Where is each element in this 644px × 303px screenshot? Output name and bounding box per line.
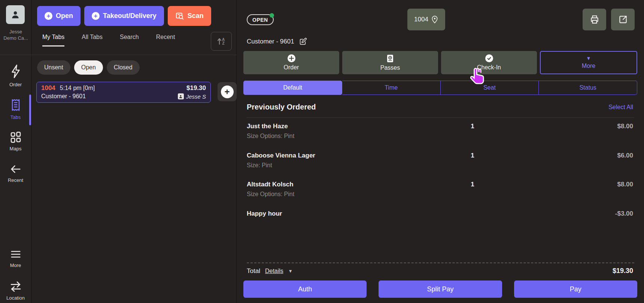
- pos-app: Jesse Demo Ca... Order Tabs Maps Recent …: [0, 0, 644, 303]
- item-name: Happy hour: [247, 210, 633, 218]
- tab-detail-panel: OPEN 1004 Customer - 9601 Order: [237, 0, 644, 303]
- more-button-label: More: [582, 63, 595, 69]
- user-name-line2: Demo Ca...: [0, 35, 31, 41]
- location-pin-icon: [431, 15, 438, 24]
- filter-open[interactable]: Open: [74, 60, 103, 75]
- arrow-left-icon: [9, 164, 22, 175]
- sidebar-active-indicator: [29, 94, 31, 125]
- item-name: Caboose Vienna Lager: [247, 152, 633, 159]
- total-row: Total Details ▼ $19.30: [247, 267, 633, 275]
- filter-unsent[interactable]: Unsent: [37, 60, 70, 75]
- order-item-row[interactable]: Caboose Vienna Lager Size: Pint 1 $6.00: [247, 152, 633, 169]
- tab-all-tabs[interactable]: All Tabs: [82, 34, 103, 46]
- tab-search[interactable]: Search: [120, 34, 139, 46]
- passes-button[interactable]: Passes: [342, 51, 438, 74]
- more-button[interactable]: ▼ More: [540, 51, 637, 74]
- scan-icon: [175, 12, 184, 20]
- receipt-icon: [10, 98, 22, 112]
- share-icon: [618, 15, 628, 24]
- open-tab-button[interactable]: + Open: [37, 6, 80, 26]
- sidebar-item-label: Location: [6, 295, 25, 301]
- item-quantity: 1: [461, 181, 484, 188]
- view-tab-seat[interactable]: Seat: [441, 81, 539, 95]
- plus-icon: +: [92, 12, 100, 20]
- tab-card-1004[interactable]: 1004 5:14 pm [0m] $19.30 Customer - 9601…: [36, 82, 211, 103]
- svg-text:Z: Z: [222, 41, 225, 45]
- chevron-down-icon[interactable]: ▼: [288, 268, 293, 274]
- scan-button[interactable]: Scan: [168, 6, 211, 26]
- passport-icon: [387, 54, 394, 63]
- sort-az-icon: AZ: [216, 36, 227, 47]
- plus-icon: [288, 54, 295, 62]
- item-detail: Size Options: Pint: [247, 191, 633, 198]
- total-label: Total: [247, 267, 260, 275]
- table-number-button[interactable]: 1004: [407, 9, 445, 30]
- user-name: Jesse Demo Ca...: [0, 28, 31, 41]
- tab-amount: $19.30: [186, 84, 206, 92]
- person-icon: [10, 10, 20, 20]
- filter-closed[interactable]: Closed: [107, 60, 140, 75]
- auth-button[interactable]: Auth: [243, 280, 367, 298]
- grid-icon: [10, 131, 22, 143]
- add-to-tab-button[interactable]: +: [218, 82, 237, 101]
- scan-button-label: Scan: [188, 12, 204, 20]
- split-pay-button[interactable]: Split Pay: [379, 280, 502, 298]
- menu-icon: [9, 249, 22, 260]
- sidebar-item-label: Maps: [10, 146, 22, 152]
- order-item-row[interactable]: Just the Haze Size Options: Pint 1 $8.00: [247, 123, 633, 140]
- plus-icon: +: [45, 12, 52, 20]
- sidebar: Jesse Demo Ca... Order Tabs Maps Recent …: [0, 0, 31, 303]
- sidebar-item-order[interactable]: Order: [0, 64, 31, 87]
- lightning-icon: [10, 64, 22, 79]
- sidebar-item-location[interactable]: Location: [0, 280, 31, 301]
- takeout-delivery-button-label: Takeout/Delivery: [103, 12, 157, 20]
- check-in-button[interactable]: Check-In: [441, 51, 537, 74]
- order-item-row[interactable]: Altstadt Kolsch Size Options: Pint 1 $8.…: [247, 181, 633, 198]
- status-green-dot: [270, 13, 274, 18]
- sidebar-item-label: Order: [9, 82, 22, 87]
- item-price: -$3.00: [615, 210, 633, 218]
- total-amount: $19.30: [613, 267, 633, 275]
- details-toggle[interactable]: Details: [265, 268, 283, 274]
- tab-customer: Customer - 9601: [41, 93, 86, 100]
- tab-action-buttons: Order Passes Check-In ▼ More: [243, 51, 637, 74]
- check-badge-icon: [485, 54, 493, 62]
- tab-my-tabs[interactable]: My Tabs: [42, 34, 64, 46]
- pay-button[interactable]: Pay: [514, 280, 637, 298]
- customer-name: Customer - 9601: [247, 38, 294, 45]
- customer-row: Customer - 9601: [247, 38, 307, 46]
- status-badge: OPEN: [247, 14, 274, 25]
- view-tabs: Default Time Seat Status: [243, 81, 637, 95]
- sidebar-item-label: Recent: [8, 177, 23, 183]
- order-button[interactable]: Order: [243, 51, 339, 74]
- total-divider: [247, 262, 634, 263]
- sort-button[interactable]: AZ: [211, 32, 232, 51]
- view-tab-default[interactable]: Default: [243, 81, 342, 95]
- select-all-link[interactable]: Select All: [608, 104, 633, 111]
- print-button[interactable]: [583, 9, 606, 30]
- item-price: $8.00: [617, 181, 633, 188]
- tab-recent[interactable]: Recent: [156, 34, 175, 46]
- sidebar-item-maps[interactable]: Maps: [0, 131, 31, 152]
- item-quantity: 1: [461, 123, 484, 130]
- view-tab-status[interactable]: Status: [539, 81, 637, 95]
- tabs-nav: My Tabs All Tabs Search Recent: [42, 34, 175, 46]
- server-name: Jesse S: [186, 93, 206, 100]
- status-badge-label: OPEN: [252, 17, 268, 23]
- passes-button-label: Passes: [380, 64, 400, 71]
- user-avatar[interactable]: [6, 5, 25, 24]
- sidebar-item-more[interactable]: More: [0, 249, 31, 268]
- share-button[interactable]: [611, 9, 635, 30]
- tab-time: 5:14 pm [0m]: [60, 85, 95, 92]
- order-items-list: Just the Haze Size Options: Pint 1 $8.00…: [247, 123, 633, 231]
- tab-server: Jesse S: [178, 93, 206, 100]
- item-price: $6.00: [617, 152, 633, 159]
- view-tab-time[interactable]: Time: [342, 81, 441, 95]
- item-detail: Size: Pint: [247, 162, 633, 169]
- sidebar-item-tabs[interactable]: Tabs: [0, 98, 31, 120]
- chevron-down-icon: ▼: [586, 56, 591, 61]
- sidebar-item-recent[interactable]: Recent: [0, 164, 31, 183]
- takeout-delivery-button[interactable]: + Takeout/Delivery: [84, 6, 164, 26]
- order-item-row[interactable]: Happy hour -$3.00: [247, 210, 633, 218]
- edit-customer-icon[interactable]: [299, 38, 307, 46]
